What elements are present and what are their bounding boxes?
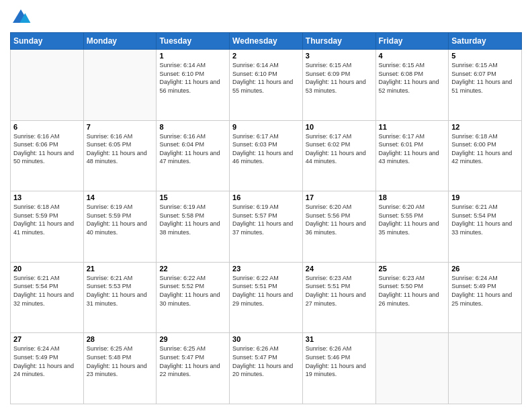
calendar-cell: 21Sunrise: 6:21 AM Sunset: 5:53 PM Dayli… xyxy=(83,262,157,333)
calendar-cell: 15Sunrise: 6:19 AM Sunset: 5:58 PM Dayli… xyxy=(157,191,230,263)
calendar-cell: 27Sunrise: 6:24 AM Sunset: 5:49 PM Dayli… xyxy=(11,333,84,404)
calendar-cell: 30Sunrise: 6:26 AM Sunset: 5:47 PM Dayli… xyxy=(230,333,303,404)
cell-date: 23 xyxy=(232,265,300,273)
header xyxy=(10,7,522,28)
cell-info: Sunrise: 6:18 AM Sunset: 6:00 PM Dayligh… xyxy=(451,132,519,166)
calendar-cell xyxy=(11,50,84,121)
cell-date: 2 xyxy=(232,52,300,60)
day-header-monday: Monday xyxy=(83,33,157,50)
cell-info: Sunrise: 6:16 AM Sunset: 6:05 PM Dayligh… xyxy=(87,132,154,166)
cell-date: 13 xyxy=(13,193,81,201)
cell-info: Sunrise: 6:21 AM Sunset: 5:54 PM Dayligh… xyxy=(13,274,81,308)
cell-info: Sunrise: 6:15 AM Sunset: 6:09 PM Dayligh… xyxy=(306,61,373,95)
calendar-cell xyxy=(83,50,157,121)
cell-info: Sunrise: 6:19 AM Sunset: 5:59 PM Dayligh… xyxy=(87,203,154,236)
cell-info: Sunrise: 6:24 AM Sunset: 5:49 PM Dayligh… xyxy=(451,274,519,308)
cell-info: Sunrise: 6:26 AM Sunset: 5:47 PM Dayligh… xyxy=(232,345,300,378)
calendar-cell xyxy=(449,333,522,404)
cell-date: 27 xyxy=(13,335,81,343)
calendar-cell: 2Sunrise: 6:14 AM Sunset: 6:10 PM Daylig… xyxy=(230,50,303,121)
day-header-sunday: Sunday xyxy=(11,33,84,50)
cell-info: Sunrise: 6:22 AM Sunset: 5:51 PM Dayligh… xyxy=(232,274,300,308)
calendar-cell: 1Sunrise: 6:14 AM Sunset: 6:10 PM Daylig… xyxy=(157,50,230,121)
cell-info: Sunrise: 6:26 AM Sunset: 5:46 PM Dayligh… xyxy=(306,345,373,378)
calendar-cell: 16Sunrise: 6:19 AM Sunset: 5:57 PM Dayli… xyxy=(230,191,303,263)
cell-date: 6 xyxy=(13,123,81,131)
calendar-cell: 18Sunrise: 6:20 AM Sunset: 5:55 PM Dayli… xyxy=(375,191,449,263)
week-row-3: 20Sunrise: 6:21 AM Sunset: 5:54 PM Dayli… xyxy=(11,262,522,333)
cell-date: 20 xyxy=(13,265,81,273)
calendar-cell: 10Sunrise: 6:17 AM Sunset: 6:02 PM Dayli… xyxy=(302,120,375,191)
calendar-cell: 11Sunrise: 6:17 AM Sunset: 6:01 PM Dayli… xyxy=(375,120,449,191)
cell-info: Sunrise: 6:25 AM Sunset: 5:48 PM Dayligh… xyxy=(87,345,154,378)
cell-date: 24 xyxy=(306,265,373,273)
calendar-cell: 29Sunrise: 6:25 AM Sunset: 5:47 PM Dayli… xyxy=(157,333,230,404)
cell-info: Sunrise: 6:14 AM Sunset: 6:10 PM Dayligh… xyxy=(232,61,300,95)
logo-icon xyxy=(10,7,32,28)
calendar-cell: 12Sunrise: 6:18 AM Sunset: 6:00 PM Dayli… xyxy=(449,120,522,191)
calendar-cell: 13Sunrise: 6:18 AM Sunset: 5:59 PM Dayli… xyxy=(11,191,84,263)
cell-info: Sunrise: 6:20 AM Sunset: 5:56 PM Dayligh… xyxy=(306,203,373,236)
calendar-cell: 4Sunrise: 6:15 AM Sunset: 6:08 PM Daylig… xyxy=(375,50,449,121)
cell-date: 5 xyxy=(451,52,519,60)
cell-info: Sunrise: 6:18 AM Sunset: 5:59 PM Dayligh… xyxy=(13,203,81,236)
calendar-cell: 9Sunrise: 6:17 AM Sunset: 6:03 PM Daylig… xyxy=(230,120,303,191)
cell-date: 8 xyxy=(159,123,226,131)
page: SundayMondayTuesdayWednesdayThursdayFrid… xyxy=(0,0,532,411)
calendar-cell: 14Sunrise: 6:19 AM Sunset: 5:59 PM Dayli… xyxy=(83,191,157,263)
cell-info: Sunrise: 6:14 AM Sunset: 6:10 PM Dayligh… xyxy=(159,61,226,95)
calendar-cell xyxy=(375,333,449,404)
cell-info: Sunrise: 6:21 AM Sunset: 5:53 PM Dayligh… xyxy=(87,274,154,308)
cell-info: Sunrise: 6:23 AM Sunset: 5:51 PM Dayligh… xyxy=(306,274,373,308)
calendar-cell: 19Sunrise: 6:21 AM Sunset: 5:54 PM Dayli… xyxy=(449,191,522,263)
calendar-cell: 6Sunrise: 6:16 AM Sunset: 6:06 PM Daylig… xyxy=(11,120,84,191)
cell-date: 30 xyxy=(232,335,300,343)
cell-info: Sunrise: 6:19 AM Sunset: 5:58 PM Dayligh… xyxy=(159,203,226,236)
cell-date: 11 xyxy=(379,123,446,131)
cell-date: 9 xyxy=(232,123,300,131)
calendar-cell: 7Sunrise: 6:16 AM Sunset: 6:05 PM Daylig… xyxy=(83,120,157,191)
day-header-wednesday: Wednesday xyxy=(230,33,303,50)
calendar-cell: 3Sunrise: 6:15 AM Sunset: 6:09 PM Daylig… xyxy=(302,50,375,121)
calendar-cell: 26Sunrise: 6:24 AM Sunset: 5:49 PM Dayli… xyxy=(449,262,522,333)
cell-info: Sunrise: 6:16 AM Sunset: 6:06 PM Dayligh… xyxy=(13,132,81,166)
calendar-cell: 8Sunrise: 6:16 AM Sunset: 6:04 PM Daylig… xyxy=(157,120,230,191)
calendar-header: SundayMondayTuesdayWednesdayThursdayFrid… xyxy=(11,33,522,50)
cell-date: 15 xyxy=(159,193,226,201)
cell-date: 12 xyxy=(451,123,519,131)
cell-info: Sunrise: 6:22 AM Sunset: 5:52 PM Dayligh… xyxy=(159,274,226,308)
calendar-body: 1Sunrise: 6:14 AM Sunset: 6:10 PM Daylig… xyxy=(11,50,522,404)
cell-info: Sunrise: 6:15 AM Sunset: 6:08 PM Dayligh… xyxy=(379,61,446,95)
cell-info: Sunrise: 6:20 AM Sunset: 5:55 PM Dayligh… xyxy=(379,203,446,236)
calendar-table: SundayMondayTuesdayWednesdayThursdayFrid… xyxy=(10,32,522,404)
cell-info: Sunrise: 6:19 AM Sunset: 5:57 PM Dayligh… xyxy=(232,203,300,236)
cell-info: Sunrise: 6:21 AM Sunset: 5:54 PM Dayligh… xyxy=(451,203,519,236)
header-row: SundayMondayTuesdayWednesdayThursdayFrid… xyxy=(11,33,522,50)
cell-info: Sunrise: 6:16 AM Sunset: 6:04 PM Dayligh… xyxy=(159,132,226,166)
cell-date: 4 xyxy=(379,52,446,60)
cell-info: Sunrise: 6:23 AM Sunset: 5:50 PM Dayligh… xyxy=(379,274,446,308)
cell-date: 31 xyxy=(306,335,373,343)
cell-date: 19 xyxy=(451,193,519,201)
calendar-cell: 31Sunrise: 6:26 AM Sunset: 5:46 PM Dayli… xyxy=(302,333,375,404)
cell-info: Sunrise: 6:17 AM Sunset: 6:01 PM Dayligh… xyxy=(379,132,446,166)
calendar-cell: 28Sunrise: 6:25 AM Sunset: 5:48 PM Dayli… xyxy=(83,333,157,404)
logo xyxy=(10,7,34,28)
cell-info: Sunrise: 6:24 AM Sunset: 5:49 PM Dayligh… xyxy=(13,345,81,378)
cell-date: 17 xyxy=(306,193,373,201)
cell-date: 22 xyxy=(159,265,226,273)
cell-date: 29 xyxy=(159,335,226,343)
calendar-cell: 24Sunrise: 6:23 AM Sunset: 5:51 PM Dayli… xyxy=(302,262,375,333)
day-header-friday: Friday xyxy=(375,33,449,50)
calendar-cell: 20Sunrise: 6:21 AM Sunset: 5:54 PM Dayli… xyxy=(11,262,84,333)
cell-date: 16 xyxy=(232,193,300,201)
cell-date: 10 xyxy=(306,123,373,131)
calendar-cell: 17Sunrise: 6:20 AM Sunset: 5:56 PM Dayli… xyxy=(302,191,375,263)
cell-date: 7 xyxy=(87,123,154,131)
cell-date: 3 xyxy=(306,52,373,60)
cell-date: 25 xyxy=(379,265,446,273)
calendar-cell: 23Sunrise: 6:22 AM Sunset: 5:51 PM Dayli… xyxy=(230,262,303,333)
cell-info: Sunrise: 6:17 AM Sunset: 6:03 PM Dayligh… xyxy=(232,132,300,166)
cell-date: 26 xyxy=(451,265,519,273)
cell-date: 18 xyxy=(379,193,446,201)
